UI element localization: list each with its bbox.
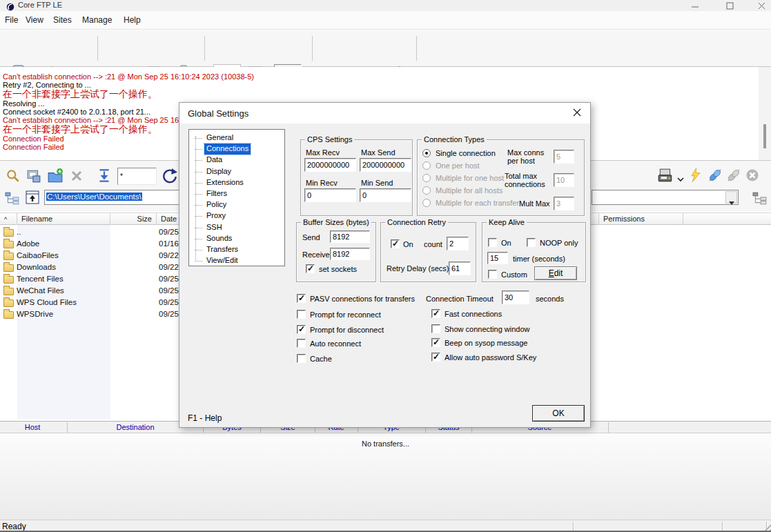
tree-view-icon[interactable]	[5, 191, 20, 208]
single-connection-radio[interactable]	[422, 149, 431, 157]
filename-column-header[interactable]: Filename	[17, 213, 110, 225]
ok-button[interactable]: OK	[532, 405, 585, 422]
edit-button[interactable]: Edit	[534, 266, 577, 280]
receive-buffer-input[interactable]	[330, 248, 370, 260]
queue-col-host[interactable]: Host	[25, 423, 41, 431]
remote-host-combobox[interactable]	[592, 190, 739, 205]
tree-item-policy[interactable]: Policy	[204, 199, 228, 210]
dialog-close-icon[interactable]	[569, 107, 585, 120]
buffer-sizes-legend: Buffer Sizes (bytes)	[301, 218, 371, 226]
folder-icon	[3, 241, 14, 248]
send-label: Send	[302, 233, 320, 242]
log-scrollbar-thumb[interactable]	[763, 124, 766, 148]
sort-column-header[interactable]: ^	[0, 213, 17, 225]
menu-help[interactable]: Help	[124, 15, 141, 25]
retry-delay-input[interactable]	[449, 262, 471, 275]
prompt-disconnect-checkbox[interactable]	[297, 325, 306, 334]
menu-sites[interactable]: Sites	[53, 15, 72, 25]
dialog-titlebar: Global Settings	[179, 103, 590, 124]
search-icon[interactable]	[6, 168, 21, 186]
auto-reconnect-checkbox[interactable]	[297, 339, 306, 348]
keep-alive-timer-input[interactable]	[487, 252, 508, 264]
toolbar-separator	[312, 36, 313, 61]
max-recv-label: Max Recv	[306, 148, 340, 157]
core-ftp-window: Core FTP LE File View Sites Manage Help	[0, 0, 771, 532]
tree-item-display[interactable]: Display	[204, 166, 233, 177]
tree-item-data[interactable]: Data	[204, 155, 224, 166]
refresh-icon[interactable]	[162, 168, 178, 187]
max-recv-input[interactable]	[304, 158, 356, 172]
close-button[interactable]	[750, 0, 771, 11]
cps-settings-group: CPS Settings Max Recv Max Send Min Recv …	[300, 139, 413, 216]
file-name: WPS Cloud Files	[17, 298, 77, 306]
min-recv-input[interactable]	[304, 188, 356, 202]
min-send-input[interactable]	[360, 188, 411, 202]
file-filter-input[interactable]	[117, 168, 157, 185]
menu-file[interactable]: File	[5, 15, 18, 25]
new-folder-icon[interactable]	[47, 168, 64, 187]
beep-sysop-checkbox[interactable]	[431, 338, 440, 347]
tree-item-view-edit[interactable]: View/Edit	[204, 255, 240, 266]
queue-transfer-icon[interactable]	[26, 168, 41, 186]
dialog-title: Global Settings	[188, 108, 248, 119]
max-send-input[interactable]	[360, 158, 411, 172]
set-sockets-checkbox[interactable]	[306, 264, 315, 273]
remote-connect-icon[interactable]	[707, 168, 723, 186]
cps-settings-legend: CPS Settings	[305, 135, 354, 144]
file-date: 01/16	[159, 239, 179, 248]
menu-view[interactable]: View	[26, 15, 43, 25]
tree-item-extensions[interactable]: Extensions	[204, 177, 246, 188]
file-name: ..	[17, 228, 21, 236]
file-name: Adobe	[17, 239, 39, 248]
maximize-button[interactable]	[718, 0, 741, 11]
tree-item-proxy[interactable]: Proxy	[204, 210, 228, 221]
folder-icon	[3, 253, 14, 260]
permissions-column-header[interactable]: Permissions	[599, 213, 683, 225]
remote-site-icon[interactable]	[657, 168, 674, 186]
connection-timeout-input[interactable]	[502, 290, 529, 304]
keep-alive-on-label: On	[501, 239, 511, 247]
combobox-dropdown-icon[interactable]	[725, 191, 737, 204]
minimize-button[interactable]	[683, 0, 707, 11]
allow-skey-checkbox[interactable]	[431, 353, 440, 362]
tree-item-transfers[interactable]: Transfers	[204, 244, 240, 255]
fast-connections-label: Fast connections	[445, 310, 502, 318]
tree-item-connections[interactable]: Connections	[204, 144, 251, 155]
pasv-checkbox[interactable]	[297, 294, 306, 303]
fast-connections-checkbox[interactable]	[431, 309, 440, 318]
folder-icon	[3, 229, 14, 237]
remote-tree-view-icon[interactable]	[752, 191, 768, 208]
size-column-header[interactable]: Size	[110, 213, 157, 225]
menu-manage[interactable]: Manage	[82, 15, 112, 25]
noop-only-checkbox[interactable]	[527, 238, 536, 247]
folder-up-icon[interactable]	[26, 190, 39, 207]
upload-icon[interactable]	[97, 168, 112, 187]
send-buffer-input[interactable]	[330, 230, 370, 243]
remote-quick-connect-icon[interactable]	[688, 167, 703, 186]
buffer-sizes-group: Buffer Sizes (bytes) Send Receive set so…	[296, 222, 376, 282]
multiple-all-hosts-label: Multiple for all hosts	[436, 186, 502, 195]
menubar: File View Sites Manage Help	[0, 11, 771, 30]
column-divider	[67, 422, 68, 433]
tree-item-filters[interactable]: Filters	[204, 188, 229, 199]
chevron-down-icon[interactable]	[677, 173, 685, 186]
file-date: 09/22	[159, 263, 179, 271]
cache-checkbox[interactable]	[297, 354, 306, 363]
retry-on-checkbox[interactable]	[391, 239, 400, 248]
retry-count-input[interactable]	[447, 237, 469, 250]
prompt-reconnect-checkbox[interactable]	[297, 310, 306, 319]
keep-alive-legend: Keep Alive	[487, 218, 527, 226]
total-max-input	[554, 173, 574, 187]
show-connecting-window-checkbox[interactable]	[431, 324, 440, 333]
queue-col-destination[interactable]: Destination	[116, 423, 154, 431]
custom-checkbox[interactable]	[488, 270, 497, 279]
max-conns-input	[554, 150, 574, 164]
delete-icon[interactable]	[70, 169, 84, 186]
tree-item-sounds[interactable]: Sounds	[204, 233, 234, 244]
file-date: 09/25	[159, 286, 179, 295]
tree-item-ssh[interactable]: SSH	[204, 222, 224, 233]
tree-item-general[interactable]: General	[204, 132, 235, 144]
log-scrollbar[interactable]	[759, 67, 771, 161]
keep-alive-on-checkbox[interactable]	[488, 238, 497, 247]
connection-types-legend: Connection Types	[422, 135, 487, 144]
